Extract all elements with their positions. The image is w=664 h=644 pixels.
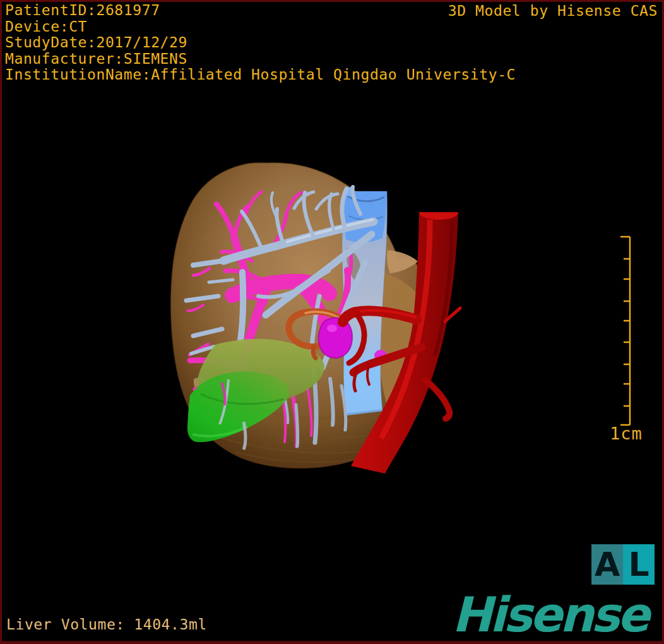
scale-bar [605, 232, 643, 444]
patient-id-line: PatientID:2681977 [5, 3, 516, 19]
study-date-line: StudyDate:2017/12/29 [5, 35, 516, 51]
orientation-marker: A L [591, 544, 655, 585]
viewer-title: 3D Model by Hisense CAS [448, 3, 658, 19]
patient-info-block: PatientID:2681977 Device:CT StudyDate:20… [5, 3, 516, 83]
manufacturer-line: Manufacturer:SIEMENS [5, 51, 516, 68]
orientation-letter-left: L [623, 544, 655, 585]
model-3d-viewport[interactable] [0, 0, 664, 644]
institution-line: InstitutionName:Affiliated Hospital Qing… [5, 67, 516, 83]
scale-bar-label: 1cm [610, 424, 643, 443]
viewer-window: PatientID:2681977 Device:CT StudyDate:20… [0, 0, 664, 644]
hisense-logo: Hisense [452, 592, 647, 638]
liver-volume-readout: Liver Volume: 1404.3ml [6, 616, 207, 633]
device-line: Device:CT [5, 19, 516, 35]
orientation-letter-anterior: A [591, 544, 623, 585]
